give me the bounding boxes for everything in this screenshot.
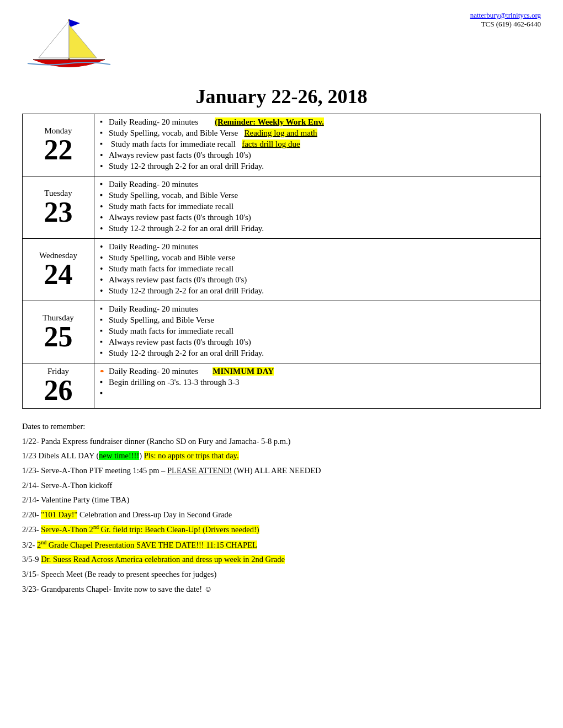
table-row: Wednesday 24 Daily Reading- 20 minutes S… xyxy=(23,239,541,301)
tuesday-cell: Tuesday 23 xyxy=(23,176,94,239)
day-number: 26 xyxy=(27,376,89,405)
reading-log-highlight: Reading log and math xyxy=(245,129,317,137)
date-item-7: 2/23- Serve-A-Thon 2nd Gr. field trip: B… xyxy=(22,522,541,536)
list-item: Study 12-2 through 2-2 for an oral drill… xyxy=(99,286,536,296)
reminder-highlight: (Reminder: Weekly Work Env. xyxy=(215,117,324,126)
list-item: Study math facts for immediate recall fa… xyxy=(99,140,536,149)
list-item: Always review past facts (0's through 10… xyxy=(99,338,536,347)
list-item: Daily Reading- 20 minutes xyxy=(99,242,536,251)
friday-tasks: • Daily Reading- 20 minutes MINIMUM DAY … xyxy=(94,363,541,409)
header: natterbury@trinitycs.org TCS (619) 462-6… xyxy=(22,11,541,79)
yellow-highlight: 2nd Grade Chapel Presentation SAVE THE D… xyxy=(37,540,257,549)
friday-cell: Friday 26 xyxy=(23,363,94,409)
list-item: Begin drilling on -3's. 13-3 through 3-3 xyxy=(99,378,536,387)
list-item: Study Spelling, vocab, and Bible Verse xyxy=(99,191,536,200)
logo xyxy=(22,11,121,79)
date-item-10: 3/15- Speech Meet (Be ready to present s… xyxy=(22,568,541,581)
day-number: 25 xyxy=(27,323,89,351)
list-item: Daily Reading- 20 minutes xyxy=(99,180,536,189)
list-item: Study 12-2 through 2-2 for an oral drill… xyxy=(99,224,536,233)
sailboat-icon xyxy=(22,11,116,77)
list-item: Always review past facts (0's through 10… xyxy=(99,213,536,222)
date-item-9: 3/5-9 Dr. Suess Read Across America cele… xyxy=(22,553,541,566)
date-item-2: 1/23 Dibels ALL DAY (new time!!!!) Pls: … xyxy=(22,449,541,463)
monday-tasks: Daily Reading- 20 minutes (Reminder: Wee… xyxy=(94,114,541,176)
table-row: Monday 22 Daily Reading- 20 minutes (Rem… xyxy=(23,114,541,176)
date-item-1: 1/22- Panda Express fundraiser dinner (R… xyxy=(22,435,541,448)
day-number: 22 xyxy=(27,136,89,164)
thursday-cell: Thursday 25 xyxy=(23,301,94,363)
list-item: Always review past facts (0's through 10… xyxy=(99,151,536,160)
list-item: Always review past facts (0's through 0'… xyxy=(99,275,536,285)
yellow-highlight: Serve-A-Thon 2nd Gr. field trip: Beach C… xyxy=(41,525,259,534)
svg-marker-3 xyxy=(69,25,97,58)
table-row: Thursday 25 Daily Reading- 20 minutes St… xyxy=(23,301,541,363)
yellow-highlight: Dr. Suess Read Across America celebratio… xyxy=(41,555,285,564)
day-number: 23 xyxy=(27,198,89,227)
yellow-highlight: Pls: no appts or trips that day. xyxy=(144,451,239,460)
minimum-day-highlight: MINIMUM DAY xyxy=(213,367,274,376)
date-item-8: 3/2- 2nd Grade Chapel Presentation SAVE … xyxy=(22,538,541,552)
list-item: Daily Reading- 20 minutes xyxy=(99,304,536,314)
wednesday-tasks: Daily Reading- 20 minutes Study Spelling… xyxy=(94,239,541,301)
thursday-tasks: Daily Reading- 20 minutes Study Spelling… xyxy=(94,301,541,363)
date-item-6: 2/20- "101 Day!" Celebration and Dress-u… xyxy=(22,508,541,522)
list-item: Study Spelling, vocab and Bible verse xyxy=(99,253,536,263)
dates-header: Dates to remember: xyxy=(22,420,541,433)
svg-marker-2 xyxy=(39,21,69,58)
monday-cell: Monday 22 xyxy=(23,114,94,176)
green-highlight: new time!!!! xyxy=(99,451,139,460)
weekly-schedule-table: Monday 22 Daily Reading- 20 minutes (Rem… xyxy=(22,114,541,409)
email: natterbury@trinitycs.org xyxy=(470,11,541,20)
list-item: Daily Reading- 20 minutes (Reminder: Wee… xyxy=(99,117,536,127)
table-row: Tuesday 23 Daily Reading- 20 minutes Stu… xyxy=(23,176,541,239)
yellow-highlight: "101 Day!" xyxy=(41,510,77,519)
list-item: Study Spelling, vocab, and Bible Verse R… xyxy=(99,129,536,138)
table-row: Friday 26 • Daily Reading- 20 minutes MI… xyxy=(23,363,541,409)
underline-text: PLEASE ATTEND! xyxy=(167,466,232,475)
list-item: Study 12-2 through 2-2 for an oral drill… xyxy=(99,162,536,171)
phone: TCS (619) 462-6440 xyxy=(470,20,541,29)
date-item-11: 3/23- Grandparents Chapel- Invite now to… xyxy=(22,582,541,596)
list-item: Study math facts for immediate recall xyxy=(99,202,536,211)
date-item-3: 1/23- Serve-A-Thon PTF meeting 1:45 pm –… xyxy=(22,464,541,478)
date-item-4: 2/14- Serve-A-Thon kickoff xyxy=(22,479,541,493)
page-title: January 22-26, 2018 xyxy=(22,85,541,108)
facts-drill-highlight: facts drill log due xyxy=(242,140,300,148)
tuesday-tasks: Daily Reading- 20 minutes Study Spelling… xyxy=(94,176,541,239)
list-item: Study math facts for immediate recall xyxy=(99,326,536,336)
date-item-5: 2/14- Valentine Party (time TBA) xyxy=(22,493,541,507)
day-number: 24 xyxy=(27,260,89,289)
list-item: • Daily Reading- 20 minutes MINIMUM DAY xyxy=(99,367,536,376)
wednesday-cell: Wednesday 24 xyxy=(23,239,94,301)
dates-section: Dates to remember: 1/22- Panda Express f… xyxy=(22,420,541,596)
list-item: Study math facts for immediate recall xyxy=(99,264,536,274)
list-item xyxy=(99,389,536,398)
contact-info: natterbury@trinitycs.org TCS (619) 462-6… xyxy=(470,11,541,29)
svg-marker-1 xyxy=(69,19,80,28)
list-item: Study 12-2 through 2-2 for an oral drill… xyxy=(99,349,536,358)
list-item: Study Spelling, and Bible Verse xyxy=(99,315,536,325)
